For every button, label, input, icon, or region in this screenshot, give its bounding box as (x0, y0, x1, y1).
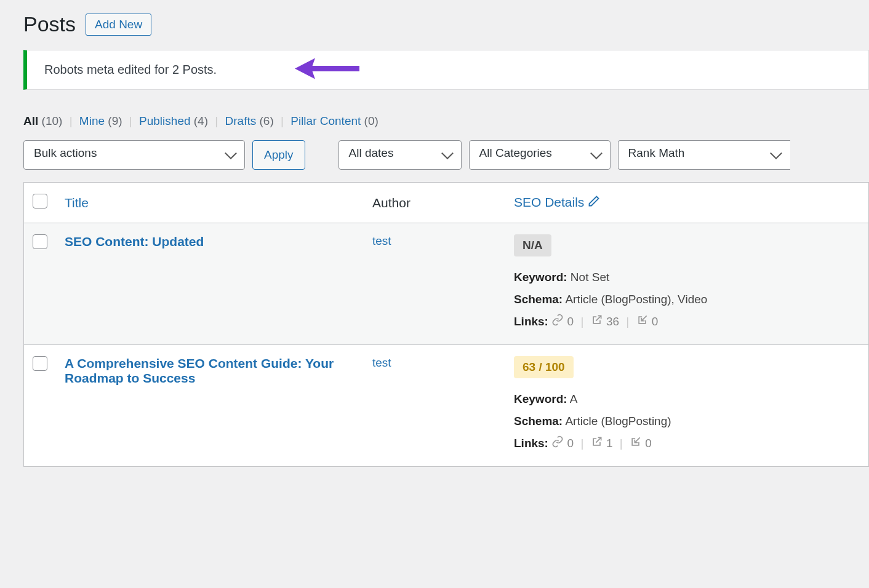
filter-pillar[interactable]: Pillar Content (290, 114, 361, 127)
schema-value: Article (BlogPosting), Video (565, 293, 707, 306)
page-title: Posts (23, 12, 76, 36)
external-link-icon (591, 433, 603, 455)
posts-table: Title Author SEO Details SEO Content: Up… (23, 182, 869, 467)
incoming-link-count: 0 (652, 315, 659, 328)
incoming-link-icon (636, 311, 649, 333)
bulk-actions-select[interactable]: Bulk actions (23, 140, 245, 170)
schema-label: Schema: (514, 415, 563, 427)
dates-filter-select[interactable]: All dates (338, 140, 462, 170)
seo-score-badge: N/A (514, 234, 551, 256)
table-row: A Comprehensive SEO Content Guide: Your … (24, 345, 869, 467)
table-row: SEO Content: Updated test N/A Keyword: N… (24, 223, 869, 345)
annotation-arrow-icon (292, 53, 366, 87)
links-label: Links: (514, 437, 548, 450)
title-column-header[interactable]: Title (65, 196, 89, 210)
filter-published[interactable]: Published (139, 114, 190, 127)
keyword-label: Keyword: (514, 392, 567, 405)
internal-link-icon (551, 311, 564, 333)
links-label: Links: (514, 315, 548, 328)
author-link[interactable]: test (372, 234, 391, 247)
pencil-icon[interactable] (588, 195, 600, 210)
row-checkbox[interactable] (33, 356, 47, 371)
author-column-header: Author (364, 183, 505, 223)
internal-link-count: 0 (567, 315, 574, 328)
post-title-link[interactable]: SEO Content: Updated (65, 234, 204, 248)
keyword-label: Keyword: (514, 271, 567, 284)
add-new-button[interactable]: Add New (86, 14, 151, 36)
external-link-count: 36 (606, 315, 619, 328)
row-checkbox[interactable] (33, 234, 47, 249)
external-link-icon (591, 311, 603, 333)
keyword-value: Not Set (571, 271, 609, 284)
select-all-checkbox[interactable] (33, 194, 47, 209)
incoming-link-icon (630, 433, 642, 455)
incoming-link-count: 0 (645, 437, 652, 450)
rank-math-filter-select[interactable]: Rank Math (618, 140, 790, 170)
seo-score-badge: 63 / 100 (514, 356, 574, 378)
status-filters: All (10) | Mine (9) | Published (4) | Dr… (23, 114, 869, 128)
schema-value: Article (BlogPosting) (565, 415, 671, 427)
apply-button[interactable]: Apply (252, 140, 305, 170)
filter-mine[interactable]: Mine (79, 114, 105, 127)
schema-label: Schema: (514, 293, 563, 306)
categories-filter-select[interactable]: All Categories (469, 140, 611, 170)
notice-text: Robots meta edited for 2 Posts. (44, 63, 217, 76)
seo-column-header[interactable]: SEO Details (514, 195, 584, 209)
keyword-value: A (570, 392, 578, 405)
internal-link-count: 0 (567, 437, 574, 450)
internal-link-icon (551, 433, 564, 455)
author-link[interactable]: test (372, 356, 391, 369)
success-notice: Robots meta edited for 2 Posts. (23, 50, 869, 90)
filter-all[interactable]: All (10) (23, 114, 62, 127)
external-link-count: 1 (606, 437, 613, 450)
filter-drafts[interactable]: Drafts (225, 114, 257, 127)
post-title-link[interactable]: A Comprehensive SEO Content Guide: Your … (65, 356, 334, 385)
